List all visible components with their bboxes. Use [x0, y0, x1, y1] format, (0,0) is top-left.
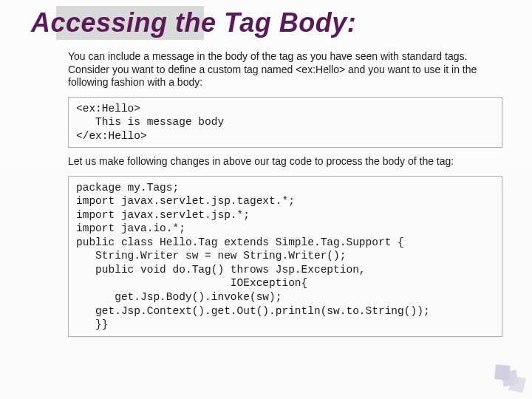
intro-paragraph: You can include a message in the body of… — [68, 50, 502, 89]
svg-rect-2 — [494, 364, 511, 381]
code-block-usage: <ex:Hello> This is message body </ex:Hel… — [68, 97, 502, 149]
code-block-class: package my.Tags; import javax.servlet.js… — [68, 176, 502, 337]
title-wrap: Accessing the Tag Body: — [31, 6, 502, 38]
slide-container: Accessing the Tag Body: You can include … — [0, 0, 532, 399]
content-area: You can include a message in the body of… — [68, 50, 502, 337]
corner-decoration-icon — [488, 355, 528, 395]
mid-paragraph: Let us make following changes in above o… — [68, 155, 502, 168]
page-title: Accessing the Tag Body: — [31, 6, 502, 38]
